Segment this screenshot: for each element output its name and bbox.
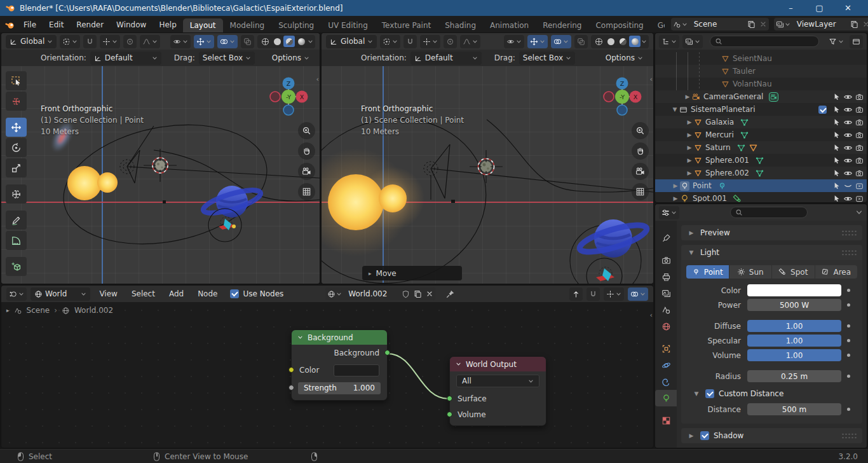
sun-small-object[interactable] xyxy=(379,184,407,212)
visibility-eye-icon[interactable] xyxy=(843,130,853,140)
render-camera-icon[interactable] xyxy=(855,144,864,152)
preview-panel[interactable]: ▶ Preview xyxy=(681,225,862,240)
animate-dot[interactable] xyxy=(847,408,850,411)
selectable-icon[interactable] xyxy=(832,195,841,203)
render-disabled-icon[interactable] xyxy=(855,182,864,190)
panel-drag-grip[interactable] xyxy=(841,230,857,237)
light-type-sun[interactable]: Sun xyxy=(729,265,772,279)
orientation-dropdown[interactable]: Default xyxy=(90,52,161,65)
menu-render[interactable]: Render xyxy=(70,17,110,32)
strength-input-socket[interactable] xyxy=(288,385,294,390)
tab-shading[interactable]: Shading xyxy=(438,18,483,32)
expand-arrow-icon[interactable]: ▶ xyxy=(685,170,694,176)
properties-options-chevron[interactable] xyxy=(855,209,863,216)
filter-widget[interactable] xyxy=(826,35,846,48)
light-type-spot[interactable]: Spot xyxy=(772,265,815,279)
menu-file[interactable]: File xyxy=(17,17,43,32)
close-button[interactable]: ✕ xyxy=(834,0,862,16)
viewport-canvas[interactable]: Front Orthographic (1) Scene Collection … xyxy=(322,66,653,284)
diffuse-slider[interactable]: 1.00 xyxy=(747,320,841,332)
outliner-row-tauler[interactable]: Tauler xyxy=(655,65,867,78)
tab-uv-editing[interactable]: UV Editing xyxy=(321,18,375,32)
pivot-point-widget[interactable] xyxy=(60,35,80,48)
target-dropdown[interactable]: All xyxy=(456,375,539,387)
snap-toggle[interactable] xyxy=(403,35,417,48)
selectable-icon[interactable] xyxy=(832,131,841,139)
proportional-falloff-widget[interactable] xyxy=(140,35,160,48)
shadow-panel[interactable]: ▶ Shadow xyxy=(681,428,862,443)
shading-material-button[interactable] xyxy=(283,36,295,47)
tool-rotate[interactable] xyxy=(6,138,27,157)
expand-arrow-icon[interactable]: ▶ xyxy=(671,195,680,202)
viewlayer-copy-button[interactable] xyxy=(848,18,860,31)
options-dropdown[interactable]: Options xyxy=(602,52,647,65)
tab-geometry-nodes[interactable]: Geometry Noc xyxy=(651,18,665,32)
planet-saturn-object[interactable] xyxy=(577,219,649,258)
gizmo-minus-x[interactable] xyxy=(270,92,280,102)
shading-rendered-button[interactable] xyxy=(295,36,307,47)
selectable-icon[interactable] xyxy=(832,106,841,114)
tab-animation[interactable]: Animation xyxy=(483,18,536,32)
zoom-button[interactable] xyxy=(298,122,315,139)
tab-constraints[interactable] xyxy=(655,373,677,390)
tab-view-layer[interactable] xyxy=(655,285,677,301)
pivot-point-widget[interactable] xyxy=(380,35,400,48)
visibility-eye-closed-icon[interactable] xyxy=(843,181,853,191)
specular-slider[interactable]: 1.00 xyxy=(747,335,841,347)
light-panel[interactable]: ▼ Light Point Sun Spot Area Color xyxy=(681,245,862,424)
light-type-point[interactable]: Point xyxy=(686,265,729,279)
editor-type-widget[interactable] xyxy=(6,287,27,301)
pan-button[interactable] xyxy=(298,142,315,160)
outliner-row-mercuri[interactable]: ▶ Mercuri xyxy=(655,128,867,141)
tab-world[interactable] xyxy=(655,318,677,335)
proportional-falloff-widget[interactable] xyxy=(460,35,480,48)
background-node[interactable]: Background Background Color Strength 1.0… xyxy=(291,329,388,401)
planet-saturn-object[interactable] xyxy=(201,186,263,218)
navigation-gizmo[interactable]: Z X -Y xyxy=(600,75,644,118)
tab-sculpting[interactable]: Sculpting xyxy=(271,18,321,32)
world-output-node-header[interactable]: World Output xyxy=(450,357,546,371)
object-type-visibility-widget[interactable] xyxy=(504,35,524,48)
node-canvas[interactable]: ▸ Scene › World.002 Background Backgroun… xyxy=(1,302,653,448)
maximize-button[interactable]: ▢ xyxy=(805,0,834,16)
snap-target-widget[interactable] xyxy=(420,35,440,48)
sidebar-expand-arrow[interactable]: ‹ xyxy=(650,75,653,83)
node-overlays-widget[interactable] xyxy=(628,287,648,301)
camera-view-button[interactable] xyxy=(298,163,315,180)
shader-type-dropdown[interactable]: World xyxy=(31,287,90,301)
world-copy-button[interactable] xyxy=(412,287,424,300)
proportional-editing-toggle[interactable] xyxy=(444,35,457,48)
outliner-row-sistemaplanetari[interactable]: ▼ SistemaPlanetari xyxy=(655,103,867,116)
pin-icon[interactable] xyxy=(445,289,455,299)
editor-type-widget[interactable] xyxy=(659,206,679,219)
visibility-eye-icon[interactable] xyxy=(843,169,853,178)
custom-distance-subpanel-header[interactable]: ▼ Custom Distance xyxy=(686,385,857,401)
show-gizmos-widget[interactable] xyxy=(527,35,548,48)
tab-texture-paint[interactable]: Texture Paint xyxy=(375,18,438,32)
scene-browse-button[interactable] xyxy=(671,18,689,31)
outliner-scope-widget[interactable] xyxy=(682,35,703,48)
volume-input-socket[interactable] xyxy=(447,411,452,417)
tool-transform[interactable] xyxy=(6,184,27,204)
viewlayer-browse-button[interactable] xyxy=(774,18,792,31)
fake-user-button[interactable] xyxy=(400,287,412,300)
shadow-checkbox[interactable] xyxy=(700,431,709,440)
outliner-row-saturn[interactable]: ▶ Saturn xyxy=(655,141,867,154)
tab-light-data[interactable] xyxy=(655,390,677,406)
outliner-row-seientnau[interactable]: SeientNau xyxy=(655,52,867,65)
menu-add[interactable]: Add xyxy=(164,289,189,298)
expand-arrow-icon[interactable]: ▶ xyxy=(687,432,696,439)
sidebar-expand-arrow[interactable]: ‹ xyxy=(650,311,653,319)
menu-view[interactable]: View xyxy=(94,289,122,298)
xray-toggle[interactable] xyxy=(241,35,254,48)
tab-physics[interactable] xyxy=(655,357,677,373)
gizmo-minus-x[interactable] xyxy=(604,92,614,102)
render-disabled-icon[interactable] xyxy=(855,195,864,203)
visibility-eye-icon[interactable] xyxy=(843,118,853,127)
visibility-eye-icon[interactable] xyxy=(843,143,853,153)
tool-annotate[interactable] xyxy=(6,211,27,230)
expand-arrow-icon[interactable]: ▶ xyxy=(683,93,692,100)
menu-node[interactable]: Node xyxy=(193,289,222,298)
power-field[interactable]: 5000 W xyxy=(747,299,841,311)
tab-texture[interactable] xyxy=(655,412,677,429)
